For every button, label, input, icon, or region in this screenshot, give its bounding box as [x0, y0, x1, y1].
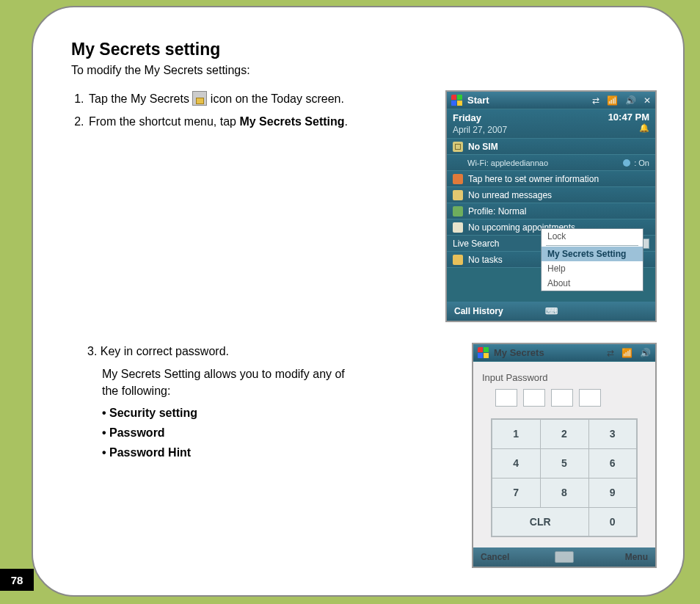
sim-icon — [453, 142, 463, 152]
sip-icon[interactable]: ⌨ — [545, 306, 558, 316]
menu-help[interactable]: Help — [542, 261, 643, 276]
date-row[interactable]: Friday April 27, 2007 10:47 PM 🔔 — [447, 109, 655, 139]
steps-list: Tap the My Secrets icon on the Today scr… — [87, 90, 350, 130]
key-8[interactable]: 8 — [540, 478, 588, 507]
step-1: Tap the My Secrets icon on the Today scr… — [87, 90, 350, 107]
row-profile[interactable]: Profile: Normal — [447, 203, 655, 219]
signal-icon[interactable]: 📶 — [621, 348, 632, 358]
menu-separator — [546, 245, 638, 246]
keypad: 1 2 3 4 5 6 7 8 9 — [491, 418, 638, 537]
profile-icon — [453, 206, 463, 217]
key-3[interactable]: 3 — [588, 419, 637, 448]
key-1[interactable]: 1 — [492, 419, 540, 448]
pin-slot-1[interactable] — [495, 389, 517, 407]
step-1-text-a: Tap the My Secrets — [89, 92, 192, 105]
screenshot-1-col: Start ⇄ 📶 🔊 ✕ Friday April 27, 2007 10:4… — [445, 90, 657, 322]
key-9[interactable]: 9 — [588, 478, 637, 507]
bullet-hint: Password Hint — [102, 444, 350, 461]
step-2: From the shortcut menu, tap My Secrets S… — [87, 113, 350, 130]
task-icon — [453, 255, 463, 265]
instructions-2: 3. Key in correct password. My Secrets S… — [71, 343, 350, 464]
windows-flag-icon — [478, 347, 489, 359]
menu-lock[interactable]: Lock — [542, 229, 643, 244]
bullet-password: Password — [102, 424, 350, 441]
key-6[interactable]: 6 — [588, 448, 637, 478]
step-3-desc: My Secrets Setting allows you to modify … — [102, 365, 350, 399]
sync-icon[interactable]: ⇄ — [607, 348, 614, 358]
row-owner[interactable]: Tap here to set owner information — [447, 171, 655, 187]
bluetooth-icon — [623, 159, 630, 167]
step-2-text-a: From the shortcut menu, tap — [89, 115, 239, 128]
screenshot-password: My Secrets ⇄ 📶 🔊 Input Password — [472, 343, 657, 568]
sip-icon[interactable] — [555, 551, 574, 563]
windows-flag-icon — [451, 95, 463, 106]
key-5[interactable]: 5 — [540, 448, 588, 478]
sync-icon[interactable]: ⇄ — [592, 95, 599, 106]
row-wifi[interactable]: Wi-Fi: appledediannao : On — [447, 155, 655, 171]
softkey-bar: Call History ⌨ — [447, 302, 655, 321]
pin-slot-4[interactable] — [579, 389, 601, 407]
step-2-text-c: . — [345, 115, 348, 128]
alarm-icon: 🔔 — [639, 123, 649, 132]
tasks-label: No tasks — [468, 255, 503, 265]
section-2: 3. Key in correct password. My Secrets S… — [71, 343, 657, 568]
mail-icon — [453, 190, 463, 200]
speaker-icon[interactable]: 🔊 — [640, 348, 651, 358]
softkey-left[interactable]: Call History — [454, 306, 503, 316]
key-0[interactable]: 0 — [588, 507, 637, 536]
bullet-security: Security setting — [102, 404, 350, 421]
page-frame: My Secrets setting To modify the My Secr… — [32, 6, 685, 597]
step-3: 3. Key in correct password. — [87, 343, 350, 360]
date-label: April 27, 2007 — [453, 124, 507, 137]
messages-label: No unread messages — [468, 190, 552, 200]
page-number: 78 — [0, 569, 34, 591]
calendar-icon — [453, 222, 463, 233]
titlebar-title[interactable]: Start — [467, 95, 489, 106]
close-icon[interactable]: ✕ — [644, 95, 651, 106]
row-messages[interactable]: No unread messages — [447, 187, 655, 203]
input-password-label: Input Password — [482, 372, 646, 383]
profile-label: Profile: Normal — [468, 206, 526, 217]
screenshot-today: Start ⇄ 📶 🔊 ✕ Friday April 27, 2007 10:4… — [445, 90, 657, 322]
softkey-bar-2: Cancel Menu — [473, 547, 655, 567]
pin-slot-3[interactable] — [551, 389, 573, 407]
menu-my-secrets-setting[interactable]: My Secrets Setting — [542, 247, 643, 261]
titlebar: Start ⇄ 📶 🔊 ✕ — [447, 92, 655, 109]
bt-label: : On — [634, 159, 649, 167]
livesearch-label: Live Search — [453, 239, 499, 249]
key-7[interactable]: 7 — [492, 478, 540, 507]
owner-label: Tap here to set owner information — [468, 174, 599, 184]
subtitle: To modify the My Secrets settings: — [71, 64, 657, 77]
page-title: My Secrets setting — [71, 40, 657, 59]
step-2-bold: My Secrets Setting — [239, 115, 344, 128]
system-tray-2: ⇄ 📶 🔊 — [607, 348, 651, 358]
titlebar-2: My Secrets ⇄ 📶 🔊 — [473, 344, 655, 362]
time-label: 10:47 PM — [608, 112, 649, 123]
password-body: Input Password 1 2 3 — [473, 362, 655, 547]
bullet-list: Security setting Password Password Hint — [102, 404, 350, 462]
screenshot-2-col: My Secrets ⇄ 📶 🔊 Input Password — [472, 343, 657, 568]
day-label: Friday — [453, 112, 507, 124]
section-1: Tap the My Secrets icon on the Today scr… — [71, 90, 657, 322]
key-clr[interactable]: CLR — [492, 507, 588, 536]
speaker-icon[interactable]: 🔊 — [625, 95, 636, 106]
menu-about[interactable]: About — [542, 276, 643, 291]
my-secrets-icon — [192, 91, 207, 106]
wifi-label: Wi-Fi: appledediannao — [467, 159, 548, 167]
nosim-label: No SIM — [468, 142, 498, 152]
system-tray: ⇄ 📶 🔊 ✕ — [592, 95, 651, 106]
step-1-text-b: icon on the Today screen. — [211, 92, 344, 105]
context-menu: Lock My Secrets Setting Help About — [541, 228, 644, 291]
titlebar-2-title: My Secrets — [494, 347, 544, 358]
pin-slot-2[interactable] — [523, 389, 545, 407]
owner-icon — [453, 174, 463, 184]
key-4[interactable]: 4 — [492, 448, 540, 478]
softkey-cancel[interactable]: Cancel — [481, 552, 509, 562]
step-3-text: Key in correct password. — [101, 345, 229, 357]
softkey-menu[interactable]: Menu — [625, 552, 648, 562]
row-nosim[interactable]: No SIM — [447, 139, 655, 155]
signal-icon[interactable]: 📶 — [607, 95, 618, 106]
password-slots — [495, 389, 646, 407]
key-2[interactable]: 2 — [540, 419, 588, 448]
instructions-1: Tap the My Secrets icon on the Today scr… — [71, 90, 350, 136]
